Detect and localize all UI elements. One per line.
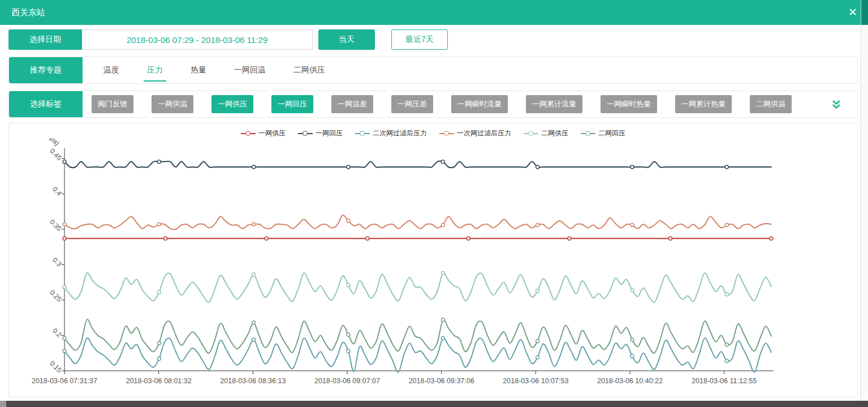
data-point-marker [536,289,539,293]
pressure-chart-panel: 一网供压一网回压二次网过滤后压力一次网过滤后压力二网供压二网回压 0.150.2… [8,123,858,397]
tag-button-6[interactable]: 一网瞬时流量 [451,95,508,113]
data-point-marker [441,160,444,164]
y-tick-label: 0.25 [48,289,63,304]
topic-tab-4[interactable]: 二网供压 [292,63,326,78]
data-point-marker [347,165,350,169]
data-point-marker [63,337,66,340]
tag-button-8[interactable]: 一网瞬时热量 [601,95,657,113]
tag-button-1[interactable]: 一网供温 [152,95,193,113]
data-point-marker [631,354,634,358]
recommended-topics-label: 推荐专题 [9,57,83,83]
right-scrollbar-gutter[interactable] [861,0,868,401]
data-point-marker [631,338,634,341]
title-bar: 西关东站 ✕ [0,0,868,25]
scrollbar-cap [861,0,868,25]
x-tick-label: 2018-03-06 07:31:37 [32,377,97,385]
data-point-marker [347,333,350,336]
x-tick-label: 2018-03-06 09:07:07 [314,377,380,385]
expand-tags-button[interactable] [831,91,841,117]
y-tick-label: 0.4 [51,185,63,198]
legend-item-3[interactable]: 一次网过滤后压力 [439,128,511,138]
data-point-marker [63,222,66,226]
data-point-marker [441,318,444,322]
tag-button-10[interactable]: 二网供温 [750,95,792,113]
data-point-marker [157,222,161,226]
series-line-1 [64,161,771,168]
topic-tab-1[interactable]: 压力 [146,63,164,78]
recommended-topics-row: 推荐专题 温度压力热量一网回温二网供压 [8,57,858,84]
y-tick-label: 0.45 [48,147,63,162]
tag-button-9[interactable]: 一网累计热量 [675,95,732,113]
date-range-input[interactable] [82,29,313,50]
data-point-marker [770,237,773,240]
tag-button-7[interactable]: 一网累计流量 [526,95,582,113]
legend-item-5[interactable]: 二网回压 [581,128,625,138]
legend-item-4[interactable]: 二网供压 [524,128,568,138]
x-tick-label: 2018-03-06 10:40:22 [597,377,663,385]
topic-tab-3[interactable]: 一网回温 [233,63,267,78]
data-point-marker [347,284,350,287]
data-point-marker [63,160,66,164]
station-dialog: 西关东站 ✕ 选择日期 当天 最近7天 推荐专题 温度压力热量一网回温二网供压 … [0,0,868,407]
legend-label: 二次网过滤后压力 [373,128,427,138]
topic-tab-2[interactable]: 热量 [189,63,208,78]
data-point-marker [725,359,728,363]
legend-label: 二网供压 [541,128,568,138]
y-tick-label: 0.2 [51,327,63,339]
data-point-marker [668,237,672,240]
select-tags-row: 选择标签 阀门反馈一网供温一网供压一网回压一网温差一网压差一网瞬时流量一网累计流… [8,91,858,118]
legend-item-2[interactable]: 二次网过滤后压力 [355,128,427,138]
tag-button-5[interactable]: 一网压差 [391,95,433,113]
tag-button-3[interactable]: 一网回压 [271,95,313,113]
data-point-marker [725,343,728,346]
data-point-marker [157,357,161,361]
bottom-bar [0,401,868,407]
legend-label: 一次网过滤后压力 [457,128,511,138]
legend-marker-icon [524,131,538,136]
data-point-marker [63,349,66,353]
x-tick-label: 2018-03-06 10:07:53 [503,377,568,385]
data-point-marker [725,293,728,296]
x-tick-label: 2018-03-06 08:36:13 [220,377,286,385]
data-point-marker [252,338,256,341]
y-tick-label: 0.3 [51,256,63,268]
legend-marker-icon [241,131,256,136]
date-row: 选择日期 [8,29,313,50]
data-point-marker [347,219,350,222]
data-point-marker [441,272,444,275]
today-button[interactable]: 当天 [318,29,375,50]
y-tick-label: 0.35 [48,218,63,233]
data-point-marker [441,337,444,340]
legend-item-0[interactable]: 一网供压 [241,128,286,138]
data-point-marker [252,222,256,226]
data-point-marker [63,237,66,240]
data-point-marker [536,165,539,169]
data-point-marker [252,321,256,324]
data-point-marker [725,165,728,169]
x-tick-label: 2018-03-06 09:37:06 [409,377,474,385]
select-date-button[interactable]: 选择日期 [8,29,82,50]
last7days-button[interactable]: 最近7天 [391,29,448,50]
data-point-marker [157,160,161,164]
chevron-double-down-icon [831,100,841,109]
series-line-2 [64,338,771,372]
legend-label: 一网回压 [316,128,343,138]
series-line-4 [64,273,771,302]
topic-tabs: 温度压力热量一网回温二网供压 [102,57,352,83]
tag-button-4[interactable]: 一网温差 [331,95,373,113]
y-axis-title: 压力(Mpa) [33,138,61,147]
data-point-marker [536,224,539,227]
data-point-marker [536,355,539,359]
tag-list: 阀门反馈一网供温一网供压一网回压一网温差一网压差一网瞬时流量一网累计流量一网瞬时… [92,91,831,117]
close-icon[interactable]: ✕ [847,6,859,19]
data-point-marker [157,341,161,345]
topic-tab-0[interactable]: 温度 [102,63,120,78]
data-point-marker [441,224,444,227]
legend-marker-icon [298,131,313,136]
legend-item-1[interactable]: 一网回压 [298,128,343,138]
series-line-5 [64,319,771,353]
tag-button-0[interactable]: 阀门反馈 [92,95,133,113]
tag-button-2[interactable]: 一网供压 [211,95,253,113]
pressure-line-chart[interactable]: 0.150.20.250.30.350.40.45压力(Mpa)2018-03-… [9,138,857,393]
x-tick-label: 2018-03-06 08:01:32 [126,377,192,385]
